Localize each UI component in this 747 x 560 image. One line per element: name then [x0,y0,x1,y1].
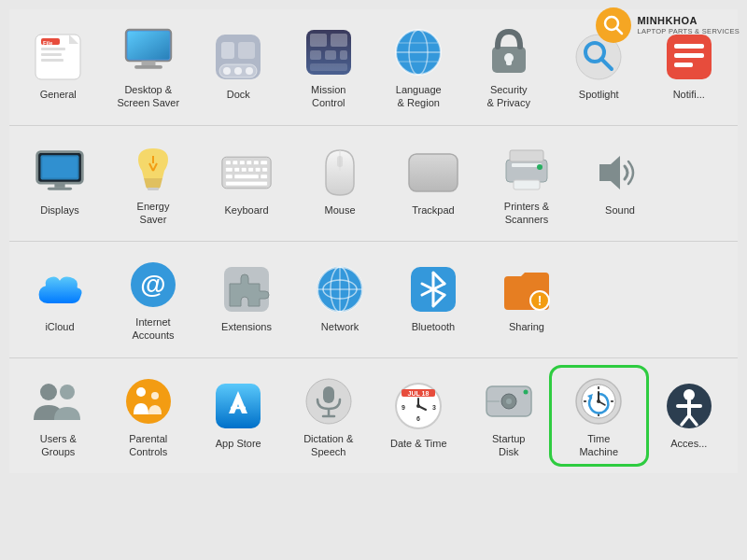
desktop-label: Desktop &Screen Saver [117,83,179,110]
pref-startup[interactable]: StartupDisk [464,370,555,463]
pref-sharing[interactable]: ! Sharing [480,258,573,342]
sound-icon [596,148,644,197]
parental-icon [124,377,173,426]
bluetooth-icon [409,265,458,314]
pref-accessibility[interactable]: Acces... [644,374,735,458]
pref-dictation[interactable]: Dictation &Speech [284,370,374,463]
energy-icon [134,143,172,195]
datetime-icon: 12 6 9 3 JUL 18 [394,382,443,430]
mission-icon-wrap [303,26,355,78]
notifications-label: Notifi... [673,88,705,101]
sound-icon-wrap [594,147,646,199]
language-icon [394,28,443,77]
watermark-text: MINHKHOA LAPTOP PARTS & SERVICES [637,14,740,36]
timemachine-label: TimeMachine [579,432,618,459]
mouse-icon-wrap [314,147,366,199]
svg-rect-62 [248,168,254,173]
svg-text:6: 6 [416,415,420,422]
pref-sound[interactable]: Sound [573,141,667,225]
language-icon-wrap [392,26,444,78]
pref-icloud[interactable]: iCloud [13,258,106,342]
pref-users[interactable]: Users &Groups [13,370,104,463]
appstore-label: App Store [216,437,261,450]
pref-bluetooth[interactable]: Bluetooth [387,258,480,342]
pref-datetime[interactable]: 12 6 9 3 JUL 18 Date & Time [374,374,464,458]
svg-point-96 [60,385,75,399]
svg-rect-16 [234,67,242,75]
svg-point-119 [523,389,528,394]
svg-rect-75 [514,180,540,189]
extensions-icon-wrap [220,263,273,315]
desktop-icon-wrap [122,26,175,78]
pref-energy[interactable]: EnergySaver [106,137,200,231]
watermark: MINHKHOA LAPTOP PARTS & SERVICES [596,7,740,43]
svg-rect-18 [221,42,234,59]
svg-text:9: 9 [402,404,405,411]
svg-rect-41 [674,53,704,58]
printers-icon [500,145,553,193]
svg-rect-103 [323,386,334,403]
svg-rect-25 [340,50,347,60]
mission-icon [304,28,353,77]
security-label: Security& Privacy [487,83,530,110]
pref-language[interactable]: Language& Region [374,21,464,114]
dictation-label: Dictation &Speech [303,432,353,459]
svg-rect-11 [141,61,155,65]
icloud-icon-wrap [34,263,86,315]
svg-rect-60 [234,168,240,173]
pref-printers[interactable]: Printers &Scanners [480,137,573,231]
internet-label: InternetAccounts [132,315,174,343]
pref-extensions[interactable]: Extensions [200,258,293,342]
svg-marker-77 [599,156,620,189]
network-icon [316,265,364,314]
pref-general[interactable]: File General [13,25,104,109]
svg-point-98 [136,387,146,397]
appstore-icon [214,382,262,430]
sharing-icon-wrap: ! [500,263,553,315]
svg-rect-40 [674,44,704,49]
users-icon [32,377,84,426]
pref-displays[interactable]: Displays [13,141,106,225]
row-internet: iCloud @ InternetAccounts Extensions [9,242,738,358]
svg-rect-53 [226,161,232,165]
startup-icon-wrap [483,375,535,427]
dictation-icon-wrap [303,375,355,427]
network-icon-wrap [314,263,366,315]
trackpad-label: Trackpad [412,203,454,217]
svg-point-130 [597,399,600,403]
pref-network[interactable]: Network [293,258,387,342]
svg-rect-19 [238,42,255,59]
svg-rect-72 [506,160,547,182]
pref-timemachine[interactable]: TimeMachine [554,370,644,463]
dock-label: Dock [227,88,250,101]
svg-rect-74 [510,150,543,161]
pref-mission[interactable]: MissionControl [284,21,374,114]
pref-desktop[interactable]: Desktop &Screen Saver [104,21,194,114]
pref-internet[interactable]: @ InternetAccounts [106,253,200,346]
appstore-icon-wrap [212,380,264,432]
svg-rect-21 [310,34,327,47]
pref-security[interactable]: Security& Privacy [464,21,555,114]
svg-rect-47 [48,188,72,190]
svg-text:JUL 18: JUL 18 [408,390,430,397]
dock-icon-wrap [212,31,264,83]
pref-keyboard[interactable]: Keyboard [200,141,293,225]
security-icon [485,26,533,78]
svg-rect-54 [233,161,238,165]
pref-dock[interactable]: Dock [193,25,284,109]
svg-rect-48 [148,188,159,190]
pref-appstore[interactable]: App Store [193,374,284,458]
timemachine-icon-wrap [572,375,625,427]
users-label: Users &Groups [40,432,77,459]
energy-icon-wrap [127,143,179,195]
pref-trackpad[interactable]: Trackpad [387,141,480,225]
svg-text:3: 3 [432,404,436,411]
datetime-icon-wrap: 12 6 9 3 JUL 18 [392,380,444,432]
pref-mouse[interactable]: Mouse [293,141,387,225]
printers-icon-wrap [500,143,553,195]
svg-rect-35 [506,58,512,65]
general-label: General [40,88,77,101]
pref-parental[interactable]: ParentalControls [104,370,194,463]
svg-rect-61 [241,168,247,173]
accessibility-label: Acces... [670,437,707,450]
